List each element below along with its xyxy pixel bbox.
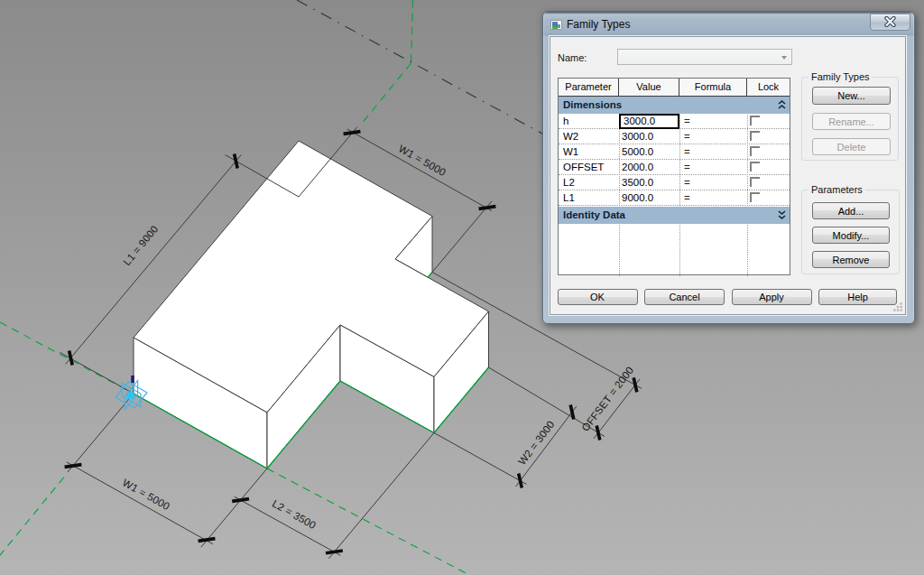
svg-text:L2 = 3500: L2 = 3500 xyxy=(271,497,318,531)
svg-text:OFFSET = 2000: OFFSET = 2000 xyxy=(579,365,635,433)
svg-text:L1 = 9000: L1 = 9000 xyxy=(121,223,160,267)
svg-text:W1 = 5000: W1 = 5000 xyxy=(397,143,448,178)
